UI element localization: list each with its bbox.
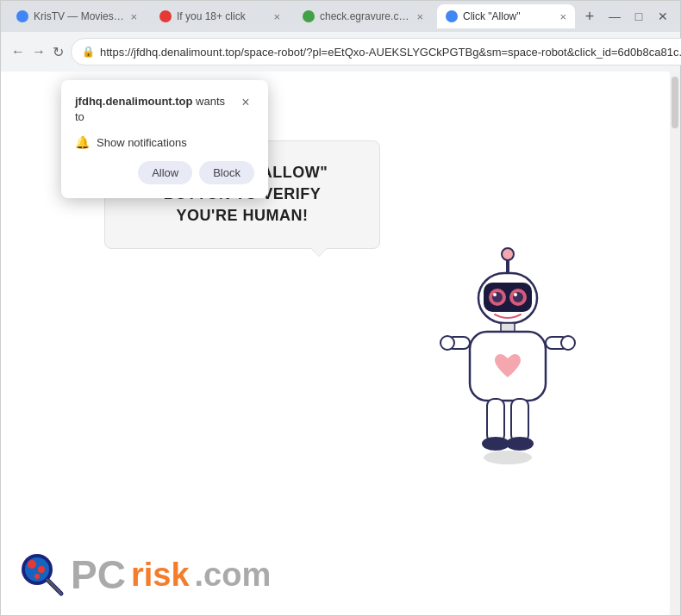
svg-rect-17 bbox=[511, 399, 528, 442]
svg-point-15 bbox=[561, 336, 575, 350]
tab-check-egravure[interactable]: check.egravure.com/7fr... × bbox=[294, 4, 432, 28]
allow-button[interactable]: Allow bbox=[138, 161, 192, 184]
tab-close-3[interactable]: × bbox=[416, 10, 423, 23]
url-text: https://jfdhq.denalimount.top/space-robo… bbox=[100, 46, 681, 59]
pcrisk-icon bbox=[18, 551, 66, 598]
tab-label-3: check.egravure.com/7fr... bbox=[320, 10, 411, 22]
browser-window: KrisTV — Movies and S... × If you 18+ cl… bbox=[0, 0, 681, 616]
tab-kristv[interactable]: KrisTV — Movies and S... × bbox=[8, 4, 146, 28]
svg-point-0 bbox=[502, 248, 514, 260]
svg-point-19 bbox=[506, 437, 534, 451]
svg-rect-1 bbox=[506, 259, 509, 273]
minimize-button[interactable]: — bbox=[604, 6, 625, 27]
logo-pc-text: PC bbox=[71, 555, 126, 594]
title-bar: KrisTV — Movies and S... × If you 18+ cl… bbox=[1, 1, 680, 32]
svg-point-18 bbox=[482, 437, 509, 451]
tab-favicon-4 bbox=[446, 10, 458, 22]
robot-illustration bbox=[439, 244, 577, 485]
popup-header: jfdhq.denalimount.top wants to × bbox=[75, 94, 254, 125]
tab-close-4[interactable]: × bbox=[559, 10, 566, 23]
svg-rect-16 bbox=[487, 399, 504, 442]
tab-favicon-2 bbox=[159, 10, 172, 22]
svg-point-20 bbox=[484, 451, 532, 464]
scrollbar-thumb[interactable] bbox=[672, 77, 678, 128]
svg-point-9 bbox=[514, 293, 517, 296]
pcrisk-logo: PC risk .com bbox=[18, 551, 271, 598]
bell-icon: 🔔 bbox=[75, 135, 90, 149]
popup-item-notifications: 🔔 Show notifications bbox=[75, 135, 254, 149]
maximize-button[interactable]: □ bbox=[628, 6, 649, 27]
back-button[interactable]: ← bbox=[11, 40, 25, 64]
speech-text-line2: YOU'RE HUMAN! bbox=[129, 205, 355, 227]
logo-com-text: .com bbox=[195, 558, 272, 591]
tab-label-1: KrisTV — Movies and S... bbox=[34, 10, 125, 22]
svg-point-8 bbox=[493, 293, 497, 296]
tab-close-2[interactable]: × bbox=[273, 10, 280, 23]
svg-point-13 bbox=[440, 336, 454, 350]
lock-icon: 🔒 bbox=[82, 46, 95, 58]
page-content: jfdhq.denalimount.top wants to × 🔔 Show … bbox=[1, 72, 680, 615]
popup-close-button[interactable]: × bbox=[237, 94, 254, 111]
window-controls: — □ ✕ bbox=[604, 6, 673, 27]
svg-line-27 bbox=[47, 580, 61, 594]
popup-domain: jfdhq.denalimount.top bbox=[75, 95, 192, 108]
popup-actions: Allow Block bbox=[75, 161, 254, 184]
address-bar: ← → ↻ 🔒 https://jfdhq.denalimount.top/sp… bbox=[1, 32, 680, 72]
scrollbar[interactable] bbox=[670, 72, 680, 615]
reload-button[interactable]: ↻ bbox=[53, 40, 64, 64]
svg-point-25 bbox=[34, 574, 40, 579]
notification-label: Show notifications bbox=[97, 136, 187, 149]
svg-point-24 bbox=[38, 566, 45, 573]
tab-18plus[interactable]: If you 18+ click × bbox=[151, 4, 289, 28]
new-tab-button[interactable]: + bbox=[580, 4, 599, 28]
tab-favicon-3 bbox=[303, 10, 315, 22]
block-button[interactable]: Block bbox=[199, 161, 254, 184]
tab-label-2: If you 18+ click bbox=[177, 10, 246, 22]
url-bar[interactable]: 🔒 https://jfdhq.denalimount.top/space-ro… bbox=[71, 38, 681, 65]
tab-click-allow[interactable]: Click "Allow" × bbox=[437, 4, 575, 28]
notification-popup: jfdhq.denalimount.top wants to × 🔔 Show … bbox=[61, 80, 268, 198]
robot-svg bbox=[439, 244, 577, 485]
tab-favicon-1 bbox=[16, 10, 28, 22]
svg-rect-10 bbox=[501, 323, 515, 332]
logo-risk-text: risk bbox=[131, 558, 190, 591]
forward-button[interactable]: → bbox=[32, 40, 46, 64]
svg-point-23 bbox=[28, 560, 36, 569]
tab-label-4: Click "Allow" bbox=[463, 10, 521, 22]
close-button[interactable]: ✕ bbox=[653, 6, 673, 27]
tab-close-1[interactable]: × bbox=[130, 10, 137, 23]
popup-title: jfdhq.denalimount.top wants to bbox=[75, 94, 237, 125]
